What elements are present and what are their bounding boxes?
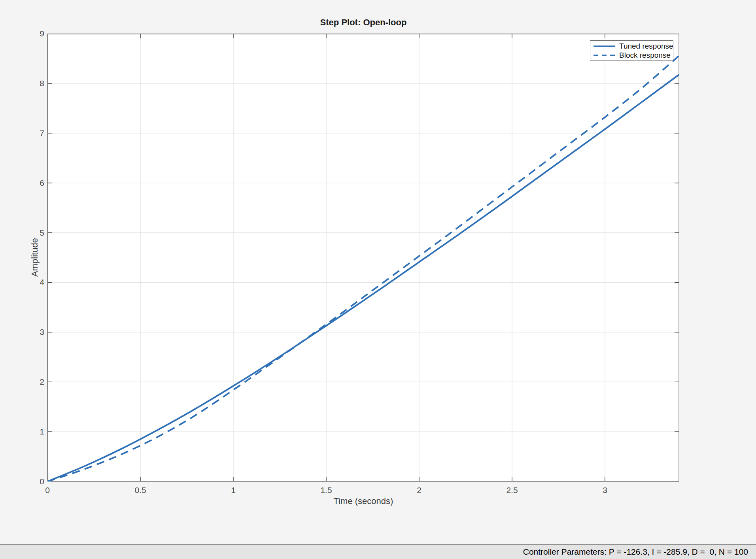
y-tick-label: 0 bbox=[0, 477, 44, 486]
x-tick-label: 3 bbox=[587, 485, 623, 495]
y-tick-label: 1 bbox=[0, 427, 44, 436]
y-tick-label: 7 bbox=[0, 128, 44, 138]
legend-item[interactable]: Tuned response bbox=[593, 42, 671, 51]
chart-canvas[interactable] bbox=[47, 34, 679, 482]
figure-window: Step Plot: Open-loop Amplitude Time (sec… bbox=[0, 0, 756, 544]
y-tick-label: 9 bbox=[0, 29, 44, 38]
plot-area[interactable] bbox=[47, 34, 679, 482]
y-tick-label: 2 bbox=[0, 377, 44, 387]
x-tick-label: 2.5 bbox=[494, 485, 530, 495]
x-tick-label: 0.5 bbox=[123, 485, 158, 495]
x-tick-label: 0 bbox=[30, 485, 65, 495]
y-tick-label: 6 bbox=[0, 178, 44, 188]
plot-title: Step Plot: Open-loop bbox=[47, 17, 679, 28]
legend-item-label: Block response bbox=[619, 51, 671, 60]
y-tick-label: 8 bbox=[0, 79, 44, 88]
y-tick-label: 3 bbox=[0, 327, 44, 337]
y-axis-label: Amplitude bbox=[30, 238, 40, 277]
status-text: Controller Parameters: P = -126.3, I = -… bbox=[523, 545, 748, 559]
legend-item-label: Tuned response bbox=[619, 42, 673, 51]
legend-line-sample-icon bbox=[593, 42, 616, 51]
legend-line-sample-icon bbox=[593, 51, 616, 60]
x-tick-label: 1.5 bbox=[308, 485, 344, 495]
plot-background bbox=[47, 34, 679, 482]
status-bar: Controller Parameters: P = -126.3, I = -… bbox=[0, 544, 756, 559]
y-tick-label: 5 bbox=[0, 228, 44, 238]
x-axis-label: Time (seconds) bbox=[47, 496, 679, 506]
legend-item[interactable]: Block response bbox=[593, 51, 671, 60]
legend[interactable]: Tuned responseBlock response bbox=[590, 40, 673, 61]
x-tick-label: 1 bbox=[215, 485, 251, 495]
x-tick-label: 2 bbox=[401, 485, 437, 495]
y-tick-label: 4 bbox=[0, 278, 44, 287]
